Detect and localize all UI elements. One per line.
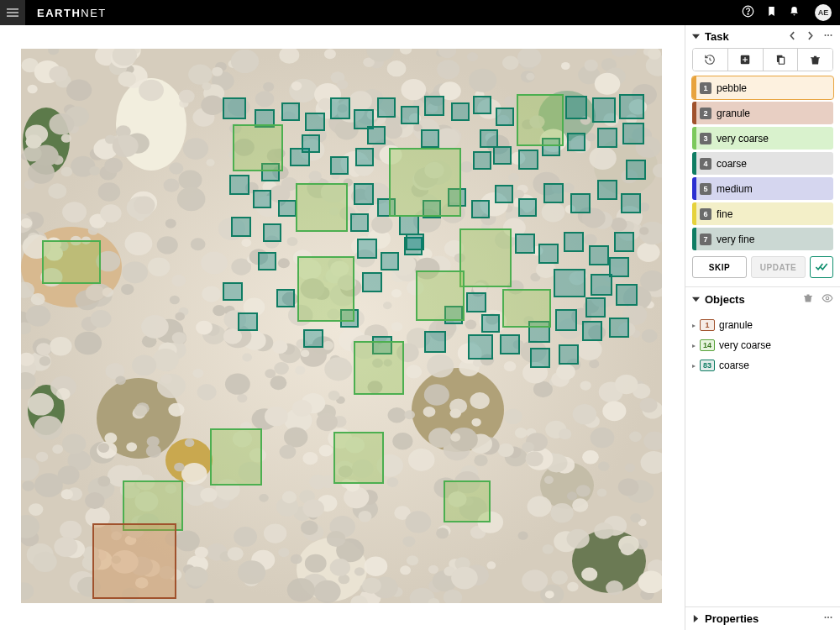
caret-down-icon[interactable] (692, 296, 700, 303)
bbox-coarse[interactable] (621, 193, 641, 213)
bbox-coarse[interactable] (518, 198, 537, 217)
bbox-coarse[interactable] (496, 108, 514, 126)
bbox-coarse[interactable] (399, 215, 419, 235)
bbox-coarse[interactable] (223, 97, 246, 119)
bbox-coarse[interactable] (357, 239, 377, 259)
bbox-coarse[interactable] (377, 97, 396, 118)
bbox-coarse[interactable] (401, 106, 419, 124)
help-icon[interactable] (742, 5, 754, 21)
bbox-coarse[interactable] (609, 318, 629, 338)
bbox-coarse[interactable] (614, 232, 634, 252)
object-group-coarse[interactable]: ▸83coarse (692, 355, 833, 375)
skip-button[interactable]: SKIP (692, 256, 747, 278)
bbox-coarse[interactable] (451, 102, 470, 121)
bbox-coarse[interactable] (473, 96, 491, 114)
bbox-coarse[interactable] (555, 309, 577, 331)
bbox-very-coarse[interactable] (517, 94, 564, 146)
task-more-icon[interactable] (823, 30, 833, 43)
bbox-coarse[interactable] (468, 334, 493, 360)
caret-down-icon[interactable] (692, 33, 700, 40)
bbox-very-coarse[interactable] (459, 228, 512, 287)
bbox-coarse[interactable] (424, 96, 444, 116)
bbox-coarse[interactable] (238, 312, 258, 331)
bbox-coarse[interactable] (619, 94, 644, 119)
bbox-coarse[interactable] (554, 269, 585, 297)
annotation-canvas[interactable] (21, 49, 662, 603)
bbox-very-coarse[interactable] (333, 432, 384, 484)
class-item-medium[interactable]: 5medium (692, 177, 833, 200)
class-item-fine[interactable]: 6fine (692, 202, 833, 225)
class-item-very-fine[interactable]: 7very fine (692, 228, 833, 250)
bbox-very-coarse[interactable] (502, 289, 551, 328)
bbox-coarse[interactable] (350, 213, 369, 232)
bbox-coarse[interactable] (530, 348, 550, 368)
bbox-coarse[interactable] (421, 129, 439, 148)
bbox-coarse[interactable] (303, 329, 323, 348)
bookmark-icon[interactable] (766, 5, 777, 20)
bbox-coarse[interactable] (330, 97, 350, 119)
class-item-pebble[interactable]: 1pebble (692, 76, 833, 99)
bbox-coarse[interactable] (592, 97, 616, 123)
prev-task-button[interactable] (788, 30, 797, 43)
bbox-coarse[interactable] (480, 129, 498, 148)
bbox-coarse[interactable] (515, 234, 535, 254)
bbox-coarse[interactable] (495, 185, 513, 203)
caret-right-icon[interactable] (692, 615, 700, 622)
bbox-coarse[interactable] (471, 200, 490, 218)
bbox-coarse[interactable] (281, 102, 300, 121)
bbox-coarse[interactable] (406, 234, 424, 250)
bbox-coarse[interactable] (582, 321, 602, 341)
bbox-coarse[interactable] (559, 344, 579, 365)
bbox-coarse[interactable] (616, 284, 638, 306)
bell-icon[interactable] (789, 5, 800, 20)
next-task-button[interactable] (806, 30, 815, 43)
object-group-very-coarse[interactable]: ▸14very coarse (692, 335, 833, 355)
bbox-coarse[interactable] (473, 151, 491, 170)
bbox-coarse[interactable] (538, 244, 559, 264)
bbox-coarse[interactable] (355, 148, 374, 166)
objects-visibility-icon[interactable] (822, 292, 833, 307)
bbox-very-coarse[interactable] (210, 428, 262, 486)
bbox-coarse[interactable] (253, 190, 271, 208)
bbox-coarse[interactable] (570, 193, 591, 213)
bbox-very-coarse[interactable] (354, 341, 404, 395)
objects-delete-icon[interactable] (803, 293, 813, 306)
bbox-granule[interactable] (92, 523, 176, 599)
bbox-coarse[interactable] (564, 232, 584, 252)
bbox-coarse[interactable] (367, 126, 386, 144)
bbox-very-coarse[interactable] (296, 183, 348, 232)
add-button[interactable] (728, 49, 764, 71)
bbox-coarse[interactable] (597, 180, 617, 200)
menu-button[interactable] (0, 0, 25, 25)
bbox-coarse[interactable] (466, 292, 486, 312)
bbox-coarse[interactable] (500, 334, 520, 354)
bbox-coarse[interactable] (481, 314, 500, 333)
confirm-button[interactable] (810, 256, 833, 278)
bbox-coarse[interactable] (622, 123, 644, 144)
bbox-coarse[interactable] (493, 146, 512, 165)
bbox-coarse[interactable] (278, 200, 297, 217)
bbox-coarse[interactable] (276, 289, 295, 307)
bbox-very-coarse[interactable] (233, 124, 283, 171)
bbox-coarse[interactable] (589, 245, 609, 265)
bbox-coarse[interactable] (223, 282, 243, 301)
bbox-coarse[interactable] (263, 223, 281, 242)
bbox-coarse[interactable] (258, 252, 276, 270)
bbox-coarse[interactable] (567, 133, 585, 151)
update-button[interactable]: UPDATE (751, 256, 806, 278)
bbox-coarse[interactable] (424, 331, 446, 353)
copy-button[interactable] (764, 49, 799, 71)
bbox-very-coarse[interactable] (389, 148, 461, 217)
bbox-coarse[interactable] (543, 183, 564, 203)
bbox-coarse[interactable] (229, 175, 249, 195)
bbox-coarse[interactable] (330, 156, 349, 175)
bbox-very-coarse[interactable] (297, 256, 354, 322)
bbox-coarse[interactable] (231, 217, 251, 237)
class-item-coarse[interactable]: 4coarse (692, 152, 833, 175)
delete-button[interactable] (798, 49, 832, 71)
class-item-very-coarse[interactable]: 3very coarse (692, 127, 833, 150)
object-group-granule[interactable]: ▸1granule (692, 315, 833, 335)
class-item-granule[interactable]: 2granule (692, 102, 833, 124)
bbox-coarse[interactable] (626, 160, 646, 180)
bbox-coarse[interactable] (302, 134, 320, 153)
